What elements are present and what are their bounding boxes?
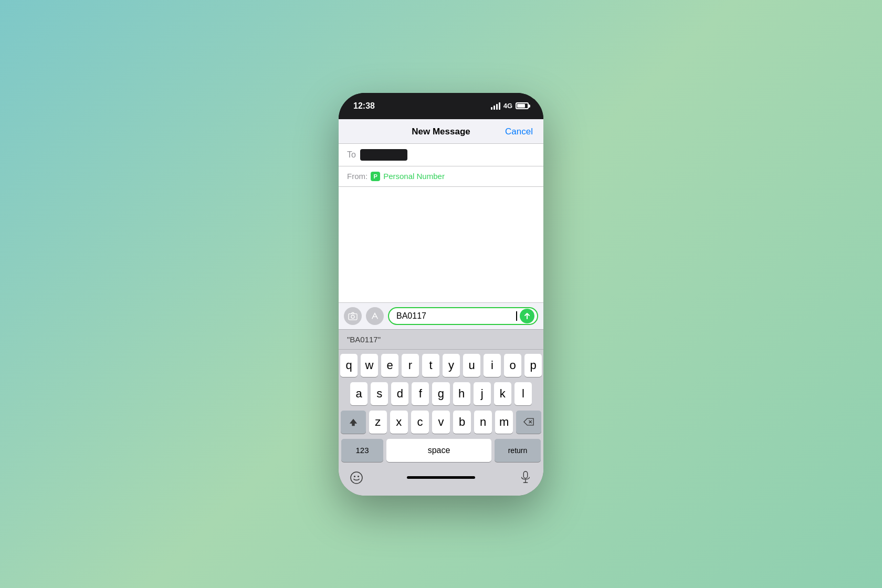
key-h[interactable]: h [453,382,470,405]
network-label: 4G [503,102,512,110]
messages-container: New Message Cancel To From: P Personal N… [339,119,543,496]
svg-point-4 [358,476,359,477]
key-o[interactable]: o [504,354,521,377]
app-store-button[interactable] [366,307,384,325]
message-input-wrapper[interactable]: BA0117 [388,307,538,325]
key-p[interactable]: p [524,354,542,377]
input-row: BA0117 [339,302,543,329]
key-i[interactable]: i [484,354,501,377]
to-label: To [347,150,356,160]
key-z[interactable]: z [369,411,387,434]
keyboard-row-4: 123 space return [341,439,541,462]
keyboard-row-3: z x c v b n m [341,411,541,434]
emoji-key[interactable] [346,467,367,488]
key-e[interactable]: e [381,354,398,377]
key-j[interactable]: j [474,382,491,405]
camera-button[interactable] [344,307,362,325]
key-v[interactable]: v [432,411,450,434]
compose-area[interactable] [339,187,543,302]
from-value: Personal Number [383,172,445,181]
svg-rect-0 [349,313,357,320]
key-x[interactable]: x [390,411,408,434]
message-input[interactable]: BA0117 [396,311,516,321]
key-u[interactable]: u [463,354,480,377]
status-bar: 12:38 4G [339,93,543,119]
nav-title: New Message [411,127,472,137]
shift-key[interactable] [341,411,366,434]
key-w[interactable]: w [361,354,378,377]
key-numbers[interactable]: 123 [341,439,383,462]
home-indicator-bar [407,476,475,479]
key-t[interactable]: t [422,354,439,377]
personal-number-icon: P [371,172,380,181]
nav-header: New Message Cancel [339,119,543,144]
key-f[interactable]: f [412,382,429,405]
keyboard-row-2: a s d f g h j k l [341,382,541,405]
svg-rect-5 [523,471,527,478]
battery-icon [516,102,529,109]
key-s[interactable]: s [371,382,388,405]
from-field: From: P Personal Number [339,166,543,187]
cancel-button[interactable]: Cancel [505,127,533,137]
phone-frame: 12:38 4G New Message Cancel To [339,93,543,496]
key-d[interactable]: d [391,382,408,405]
key-q[interactable]: q [340,354,358,377]
autocomplete-suggestion[interactable]: "BA0117" [347,334,381,345]
svg-point-1 [351,315,354,318]
status-icons: 4G [491,102,529,110]
send-button[interactable] [520,309,534,323]
autocomplete-bar[interactable]: "BA0117" [339,329,543,350]
key-space[interactable]: space [386,439,491,462]
svg-point-3 [354,476,355,477]
key-k[interactable]: k [494,382,511,405]
key-l[interactable]: l [514,382,532,405]
mic-key[interactable] [515,467,536,488]
key-n[interactable]: n [474,411,492,434]
keyboard: q w e r t y u i o p a s d f g h j k [339,350,543,496]
svg-point-2 [351,472,362,484]
key-g[interactable]: g [432,382,449,405]
key-m[interactable]: m [495,411,513,434]
to-field[interactable]: To [339,144,543,166]
key-a[interactable]: a [350,382,368,405]
key-c[interactable]: c [411,411,429,434]
keyboard-emoji-row [341,465,541,494]
signal-icon [491,102,500,110]
key-r[interactable]: r [402,354,419,377]
keyboard-row-1: q w e r t y u i o p [341,354,541,377]
to-recipient-redacted [360,149,407,161]
from-label: From: [347,172,368,181]
key-y[interactable]: y [443,354,460,377]
key-b[interactable]: b [453,411,471,434]
text-cursor [516,311,517,321]
delete-key[interactable] [516,411,541,434]
status-time: 12:38 [353,101,375,111]
key-return[interactable]: return [495,439,541,462]
